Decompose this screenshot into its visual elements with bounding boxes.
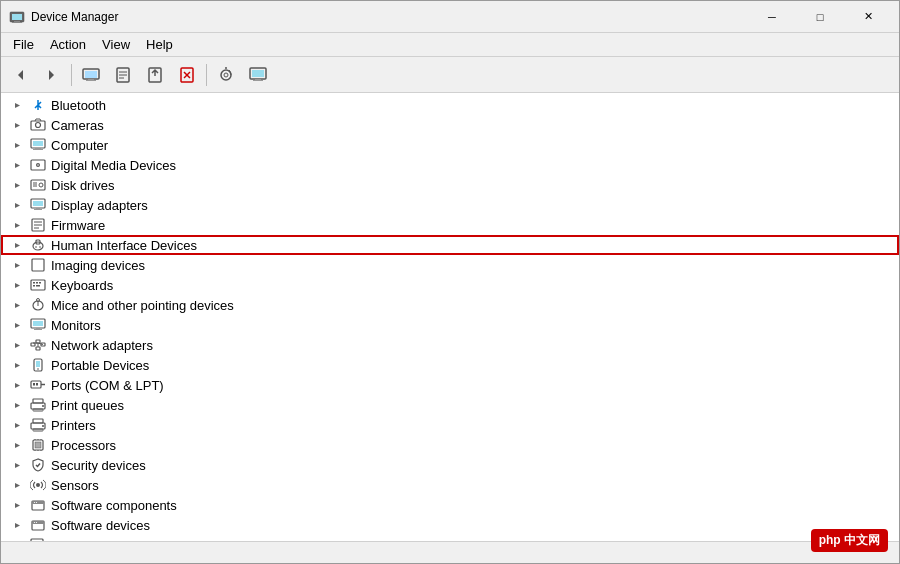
device-label: Mice and other pointing devices — [51, 298, 234, 313]
svg-point-94 — [42, 405, 44, 407]
tree-item[interactable]: Imaging devices — [1, 255, 899, 275]
svg-rect-63 — [36, 285, 40, 287]
svg-marker-100 — [15, 443, 20, 448]
tree-item[interactable]: Mice and other pointing devices — [1, 295, 899, 315]
tree-item[interactable]: Bluetooth — [1, 95, 899, 115]
tree-item[interactable]: Security devices — [1, 455, 899, 475]
menu-file[interactable]: File — [5, 34, 42, 56]
expand-icon[interactable] — [9, 297, 25, 313]
scan-button[interactable] — [211, 61, 241, 89]
tree-item[interactable]: Software components — [1, 495, 899, 515]
tree-item[interactable]: Disk drives — [1, 175, 899, 195]
svg-marker-117 — [15, 523, 20, 528]
menu-help[interactable]: Help — [138, 34, 181, 56]
tree-item[interactable]: Firmware — [1, 215, 899, 235]
tree-item[interactable]: Digital Media Devices — [1, 155, 899, 175]
forward-button[interactable] — [37, 61, 67, 89]
svg-rect-30 — [35, 148, 41, 149]
device-type-icon — [29, 217, 47, 233]
expand-icon[interactable] — [9, 197, 25, 213]
device-type-icon — [29, 137, 47, 153]
svg-marker-85 — [15, 383, 20, 388]
svg-rect-5 — [85, 71, 97, 78]
device-label: Print queues — [51, 398, 124, 413]
tree-item[interactable]: Software devices — [1, 515, 899, 535]
device-label: Bluetooth — [51, 98, 106, 113]
svg-rect-3 — [12, 22, 22, 23]
tree-item[interactable]: Network adapters — [1, 335, 899, 355]
svg-point-53 — [35, 246, 37, 248]
svg-rect-20 — [252, 70, 264, 77]
tree-item[interactable]: Computer — [1, 135, 899, 155]
expand-icon[interactable] — [9, 337, 25, 353]
menu-action[interactable]: Action — [42, 34, 94, 56]
tree-item[interactable]: Sensors — [1, 475, 899, 495]
svg-marker-95 — [15, 423, 20, 428]
window-controls: ─ □ ✕ — [749, 1, 891, 33]
expand-icon[interactable] — [9, 277, 25, 293]
expand-icon[interactable] — [9, 237, 25, 253]
device-label: Disk drives — [51, 178, 115, 193]
expand-icon[interactable] — [9, 497, 25, 513]
svg-point-26 — [36, 123, 41, 128]
php-badge: php 中文网 — [811, 529, 888, 552]
tree-item[interactable]: Cameras — [1, 115, 899, 135]
expand-icon[interactable] — [9, 477, 25, 493]
expand-icon[interactable] — [9, 317, 25, 333]
tree-item[interactable]: Print queues — [1, 395, 899, 415]
back-button[interactable] — [5, 61, 35, 89]
expand-icon[interactable] — [9, 217, 25, 233]
tree-item[interactable]: Printers — [1, 415, 899, 435]
tree-item[interactable]: Monitors — [1, 315, 899, 335]
device-type-icon — [29, 377, 47, 393]
expand-icon[interactable] — [9, 177, 25, 193]
tree-item[interactable]: Display adapters — [1, 195, 899, 215]
device-label: Software components — [51, 498, 177, 513]
maximize-button[interactable]: □ — [797, 1, 843, 33]
expand-icon[interactable] — [9, 417, 25, 433]
expand-icon[interactable] — [9, 517, 25, 533]
computer-button[interactable] — [76, 61, 106, 89]
device-type-icon — [29, 277, 47, 293]
expand-icon[interactable] — [9, 397, 25, 413]
svg-rect-60 — [36, 282, 38, 284]
device-label: Display adapters — [51, 198, 148, 213]
tree-item[interactable]: Portable Devices — [1, 355, 899, 375]
expand-icon[interactable] — [9, 257, 25, 273]
device-label: Cameras — [51, 118, 104, 133]
tree-item[interactable]: Keyboards — [1, 275, 899, 295]
expand-icon[interactable] — [9, 97, 25, 113]
expand-icon[interactable] — [9, 357, 25, 373]
device-list[interactable]: BluetoothCamerasComputerDigital Media De… — [1, 93, 899, 541]
svg-marker-90 — [15, 403, 20, 408]
monitor-button[interactable] — [243, 61, 273, 89]
properties-button[interactable] — [108, 61, 138, 89]
menu-view[interactable]: View — [94, 34, 138, 56]
expand-icon[interactable] — [9, 457, 25, 473]
device-label: Digital Media Devices — [51, 158, 176, 173]
title-bar: Device Manager ─ □ ✕ — [1, 1, 899, 33]
svg-rect-38 — [33, 182, 37, 187]
close-button[interactable]: ✕ — [845, 1, 891, 33]
update-driver-button[interactable] — [140, 61, 170, 89]
svg-point-84 — [37, 368, 39, 370]
expand-icon[interactable] — [9, 157, 25, 173]
expand-icon[interactable] — [9, 137, 25, 153]
uninstall-button[interactable] — [172, 61, 202, 89]
device-type-icon — [29, 317, 47, 333]
minimize-button[interactable]: ─ — [749, 1, 795, 33]
svg-rect-21 — [255, 79, 261, 80]
svg-rect-83 — [36, 361, 40, 367]
device-label: Monitors — [51, 318, 101, 333]
svg-rect-29 — [33, 141, 43, 146]
svg-marker-45 — [15, 223, 20, 228]
device-type-icon — [29, 337, 47, 353]
tree-item[interactable]: Human Interface Devices — [1, 235, 899, 255]
expand-icon[interactable] — [9, 117, 25, 133]
expand-icon[interactable] — [9, 377, 25, 393]
expand-icon[interactable] — [9, 437, 25, 453]
device-label: Software devices — [51, 518, 150, 533]
svg-point-120 — [34, 522, 35, 523]
tree-item[interactable]: Ports (COM & LPT) — [1, 375, 899, 395]
tree-item[interactable]: Processors — [1, 435, 899, 455]
